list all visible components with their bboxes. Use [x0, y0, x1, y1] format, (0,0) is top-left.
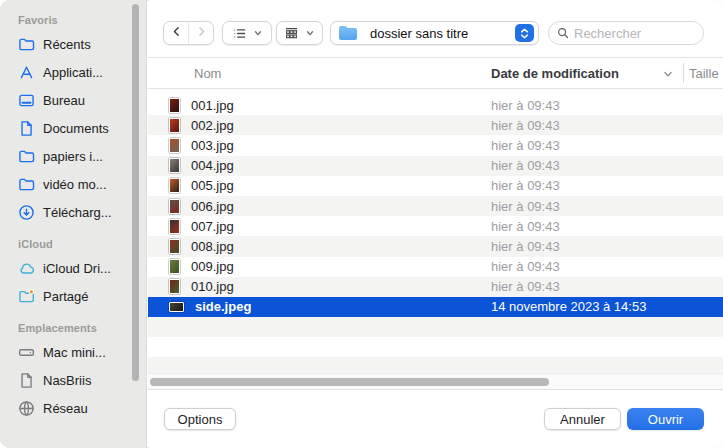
document-icon [18, 372, 35, 389]
file-name: side.jpeg [195, 299, 251, 314]
sidebar-item-bureau[interactable]: Bureau [0, 86, 146, 114]
sidebar-sections: FavorisRécentsApplicati...BureauDocument… [0, 14, 146, 422]
sidebar-item-label: Réseau [43, 401, 88, 416]
sidebar-item-applicati[interactable]: Applicati... [0, 58, 146, 86]
file-name: 003.jpg [191, 138, 234, 153]
file-date: hier à 09:43 [491, 138, 560, 153]
empty-row [148, 317, 723, 337]
document-icon [18, 120, 35, 137]
sidebar-item-label: iCloud Dri... [43, 261, 111, 276]
column-header-size[interactable]: Taille [689, 66, 719, 81]
sidebar: FavorisRécentsApplicati...BureauDocument… [0, 0, 147, 448]
dropdown-stepper-icon [515, 24, 534, 42]
sidebar-section-icloud: iCloudiCloud Dri...Partagé [0, 238, 146, 310]
sidebar-item-t-l-charg[interactable]: Télécharg... [0, 198, 146, 226]
file-date: hier à 09:43 [491, 199, 560, 214]
chevron-down-icon [253, 28, 263, 38]
file-thumbnail [169, 259, 180, 274]
cloud-icon [18, 260, 35, 277]
file-row[interactable]: 008.jpghier à 09:43 [148, 236, 723, 256]
horizontal-scrollbar[interactable] [148, 373, 723, 389]
sidebar-item-label: NasBriis [43, 373, 91, 388]
file-list: 001.jpghier à 09:43002.jpghier à 09:4300… [148, 90, 723, 373]
search-field[interactable] [548, 21, 704, 45]
file-name: 004.jpg [191, 158, 234, 173]
sidebar-item-icloud-dri[interactable]: iCloud Dri... [0, 254, 146, 282]
folder-icon [339, 28, 357, 40]
sidebar-item-vid-o-mo[interactable]: vidéo mo... [0, 170, 146, 198]
file-row[interactable]: 006.jpghier à 09:43 [148, 196, 723, 216]
desktop-icon [18, 92, 35, 109]
sidebar-item-nasbriis[interactable]: NasBriis [0, 366, 146, 394]
file-name: 009.jpg [191, 259, 234, 274]
nav-buttons [163, 21, 214, 45]
search-icon [557, 27, 569, 39]
file-row[interactable]: side.jpeg14 novembre 2023 à 14:53 [148, 297, 723, 317]
file-row[interactable]: 001.jpghier à 09:43 [148, 95, 723, 115]
file-row[interactable]: 002.jpghier à 09:43 [148, 115, 723, 135]
file-date: hier à 09:43 [491, 98, 560, 113]
file-row[interactable]: 009.jpghier à 09:43 [148, 257, 723, 277]
group-by-dropdown[interactable] [276, 21, 323, 45]
file-thumbnail [169, 279, 180, 294]
file-row[interactable]: 007.jpghier à 09:43 [148, 216, 723, 236]
file-name: 005.jpg [191, 178, 234, 193]
current-folder-label: dossier sans titre [370, 26, 468, 41]
file-date: hier à 09:43 [491, 118, 560, 133]
file-date: hier à 09:43 [491, 219, 560, 234]
main-content: dossier sans titre Nom Date de modificat… [148, 0, 723, 448]
grid-group-icon [284, 26, 299, 41]
sidebar-item-label: Bureau [43, 93, 85, 108]
sidebar-item-papiers-i[interactable]: papiers i... [0, 142, 146, 170]
sidebar-section-title: Favoris [18, 14, 146, 26]
cancel-button[interactable]: Annuler [544, 408, 621, 430]
back-button[interactable] [164, 22, 188, 44]
file-date: 14 novembre 2023 à 14:53 [491, 299, 646, 314]
horizontal-scrollbar-thumb[interactable] [150, 378, 549, 386]
file-thumbnail [169, 138, 180, 153]
download-icon [18, 204, 35, 221]
options-button[interactable]: Options [164, 408, 236, 430]
mac-mini-icon [18, 344, 35, 361]
file-thumbnail [169, 239, 180, 254]
appstore-icon [18, 64, 35, 81]
column-header-name[interactable]: Nom [194, 66, 221, 81]
file-thumbnail [169, 158, 180, 173]
search-input[interactable] [574, 26, 695, 41]
sidebar-item-mac-mini[interactable]: Mac mini... [0, 338, 146, 366]
view-mode-dropdown[interactable] [222, 21, 272, 45]
sidebar-item-partag[interactable]: Partagé [0, 282, 146, 310]
sidebar-section-title: Emplacements [18, 322, 146, 334]
file-row[interactable]: 004.jpghier à 09:43 [148, 156, 723, 176]
file-row[interactable]: 010.jpghier à 09:43 [148, 277, 723, 297]
sidebar-item-label: papiers i... [43, 149, 103, 164]
open-button[interactable]: Ouvrir [627, 408, 704, 430]
shared-folder-icon [18, 288, 35, 305]
sidebar-item-label: Applicati... [43, 65, 103, 80]
file-name: 002.jpg [191, 118, 234, 133]
file-date: hier à 09:43 [491, 239, 560, 254]
folder-location-dropdown[interactable]: dossier sans titre [330, 21, 539, 45]
sidebar-item-label: vidéo mo... [43, 177, 107, 192]
forward-button[interactable] [188, 22, 213, 44]
file-thumbnail [169, 178, 180, 193]
column-header-date[interactable]: Date de modification [491, 66, 619, 81]
file-row[interactable]: 005.jpghier à 09:43 [148, 176, 723, 196]
globe-icon [18, 400, 35, 417]
chevron-left-icon [170, 24, 183, 42]
chevron-right-icon [195, 24, 208, 42]
file-thumbnail [169, 98, 180, 113]
file-name: 007.jpg [191, 219, 234, 234]
sidebar-item-label: Télécharg... [43, 205, 112, 220]
file-thumbnail [169, 199, 180, 214]
sidebar-item-r-cents[interactable]: Récents [0, 30, 146, 58]
file-name: 010.jpg [191, 279, 234, 294]
sidebar-item-documents[interactable]: Documents [0, 114, 146, 142]
sidebar-section-title: iCloud [18, 238, 146, 250]
sidebar-item-r-seau[interactable]: Réseau [0, 394, 146, 422]
file-row[interactable]: 003.jpghier à 09:43 [148, 135, 723, 155]
file-thumbnail [169, 302, 184, 312]
file-thumbnail [169, 219, 180, 234]
sidebar-scrollbar-thumb[interactable] [132, 4, 139, 381]
column-divider [683, 63, 684, 83]
